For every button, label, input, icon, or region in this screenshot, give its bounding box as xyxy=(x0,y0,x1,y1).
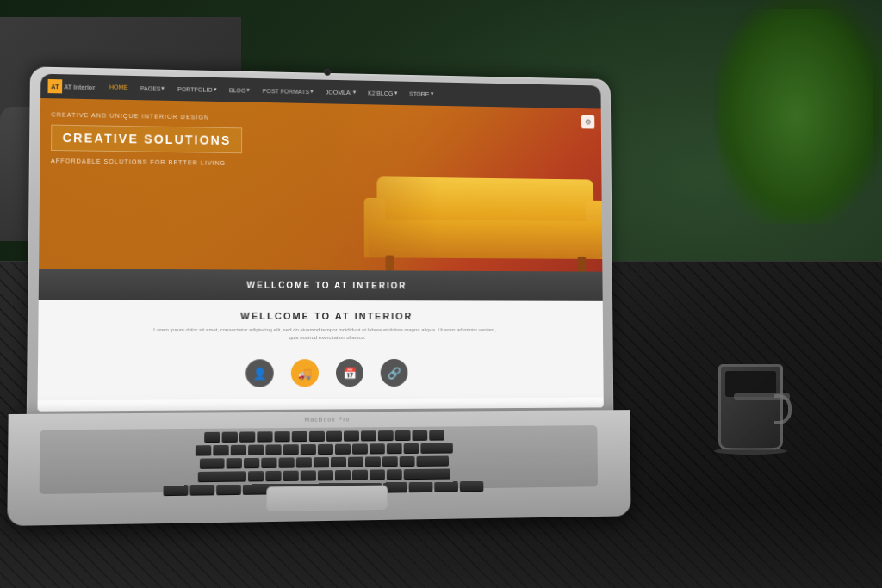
nav-item-blog[interactable]: BLOG▾ xyxy=(226,84,254,96)
webcam xyxy=(324,69,331,76)
logo-text: AT Interior xyxy=(64,84,95,90)
mug-handle xyxy=(774,394,792,424)
nav-item-pages[interactable]: PAGES▾ xyxy=(136,83,168,94)
welcome-title: WELLCOME TO AT INTERIOR xyxy=(49,310,593,321)
key-f3 xyxy=(257,431,272,442)
key-f9 xyxy=(360,430,376,441)
key-esc xyxy=(204,432,220,443)
coffee-mug xyxy=(710,338,796,467)
nav-item-store[interactable]: STORE▾ xyxy=(406,89,437,99)
laptop-bezel: AT AT Interior HOME PAGES▾ PORTFOLIO▾ BL… xyxy=(37,74,603,412)
nav-item-post-formats[interactable]: POST FORMATS▾ xyxy=(259,85,317,96)
mug-body xyxy=(718,364,783,450)
key-f7 xyxy=(326,431,341,442)
laptop-bottom: MacBook Pro xyxy=(7,410,631,539)
welcome-body: Lorem ipsum dolor sit amet, consectetur … xyxy=(152,326,497,342)
key-f4 xyxy=(274,431,289,442)
hero-title-box: CREATIVE SOLUTIONS xyxy=(51,125,242,154)
keyboard-housing: MacBook Pro xyxy=(7,410,630,526)
nav-item-portfolio[interactable]: PORTFOLIO▾ xyxy=(174,84,220,95)
gray-band: WELLCOME TO AT INTERIOR xyxy=(39,269,603,301)
gray-band-text: WELLCOME TO AT INTERIOR xyxy=(246,281,407,291)
key-f1 xyxy=(221,432,237,443)
nav-item-k2-blog[interactable]: K2 BLOG▾ xyxy=(364,88,401,99)
logo-icon: AT xyxy=(47,79,62,93)
laptop: AT AT Interior HOME PAGES▾ PORTFOLIO▾ BL… xyxy=(25,66,630,525)
key-f6 xyxy=(308,431,324,442)
calendar-icon[interactable]: 📅 xyxy=(336,359,363,387)
key-f10 xyxy=(377,430,393,441)
welcome-section: WELLCOME TO AT INTERIOR Lorem ipsum dolo… xyxy=(38,300,603,353)
hero-section: CREATIVE AND UNIQUE INTERIOR DESIGN CREA… xyxy=(39,98,602,272)
keyboard-area xyxy=(40,425,598,494)
trackpad[interactable] xyxy=(266,485,388,511)
mug-base xyxy=(714,448,787,455)
key-f2 xyxy=(239,431,254,442)
key-f8 xyxy=(344,430,359,441)
laptop-lid: AT AT Interior HOME PAGES▾ PORTFOLIO▾ BL… xyxy=(27,66,614,418)
background-plant xyxy=(710,0,882,258)
hero-overlay xyxy=(39,98,602,272)
person-icon[interactable]: 👤 xyxy=(245,359,273,387)
key-f11 xyxy=(394,430,410,441)
screen-content: AT AT Interior HOME PAGES▾ PORTFOLIO▾ BL… xyxy=(37,74,603,412)
nav-item-joomla[interactable]: JOOMLA!▾ xyxy=(322,87,359,98)
nav-items: HOME PAGES▾ PORTFOLIO▾ BLOG▾ POST FORMAT… xyxy=(106,82,595,102)
macbook-label: MacBook Pro xyxy=(304,416,350,422)
key-f12 xyxy=(412,430,427,441)
key-eject xyxy=(429,430,444,441)
hero-title: CREATIVE SOLUTIONS xyxy=(63,131,232,147)
truck-icon[interactable]: 🚚 xyxy=(291,359,319,387)
settings-icon[interactable]: ⚙ xyxy=(581,115,594,129)
icons-row: 👤 🚚 📅 🔗 xyxy=(38,352,604,401)
nav-item-home[interactable]: HOME xyxy=(106,82,132,93)
website-logo: AT AT Interior xyxy=(47,79,95,94)
link-icon[interactable]: 🔗 xyxy=(381,359,408,387)
key-f5 xyxy=(291,431,307,442)
